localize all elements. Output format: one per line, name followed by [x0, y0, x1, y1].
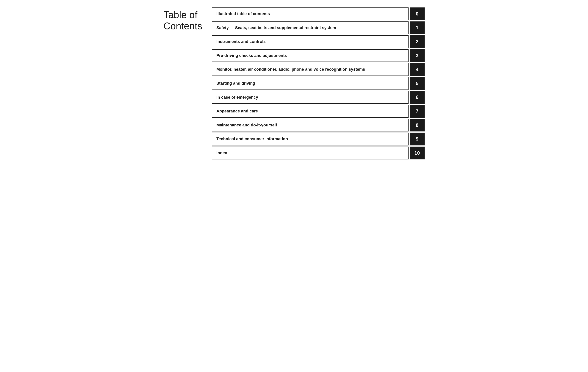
sidebar: Table of Contents: [163, 8, 204, 32]
toc-row[interactable]: Index10: [212, 146, 425, 159]
toc-row[interactable]: Pre-driving checks and adjustments3: [212, 49, 425, 62]
toc-label: Instruments and controls: [212, 35, 409, 48]
toc-row[interactable]: Maintenance and do-it-yourself8: [212, 119, 425, 132]
toc-label: Illustrated table of contents: [212, 8, 409, 20]
toc-label: Monitor, heater, air conditioner, audio,…: [212, 63, 409, 76]
toc-label: Technical and consumer information: [212, 133, 409, 145]
toc-label: Maintenance and do-it-yourself: [212, 119, 409, 132]
toc-row[interactable]: Instruments and controls2: [212, 35, 425, 48]
toc-row[interactable]: Starting and driving5: [212, 77, 425, 90]
toc-row[interactable]: Safety — Seats, seat belts and supplemen…: [212, 21, 425, 34]
toc-row[interactable]: Monitor, heater, air conditioner, audio,…: [212, 63, 425, 76]
toc-number: 5: [410, 77, 425, 90]
toc-label: Appearance and care: [212, 105, 409, 118]
toc-label: Safety — Seats, seat belts and supplemen…: [212, 21, 409, 34]
toc-number: 4: [410, 63, 425, 76]
toc-row[interactable]: Appearance and care7: [212, 105, 425, 118]
toc-number: 2: [410, 35, 425, 48]
toc-number: 6: [410, 91, 425, 104]
toc-number: 10: [410, 146, 425, 159]
toc-label: Starting and driving: [212, 77, 409, 90]
page-title: Table of Contents: [163, 9, 204, 32]
toc-label: Pre-driving checks and adjustments: [212, 49, 409, 62]
toc-label: In case of emergency: [212, 91, 409, 104]
page-layout: Table of Contents Illustrated table of c…: [163, 8, 425, 161]
toc-row[interactable]: Technical and consumer information9: [212, 133, 425, 145]
toc-number: 0: [410, 8, 425, 20]
toc-row[interactable]: Illustrated table of contents0: [212, 8, 425, 20]
toc-label: Index: [212, 146, 409, 159]
toc-row[interactable]: In case of emergency6: [212, 91, 425, 104]
toc-container: Illustrated table of contents0Safety — S…: [212, 8, 425, 161]
toc-number: 8: [410, 119, 425, 132]
toc-number: 3: [410, 49, 425, 62]
toc-number: 9: [410, 133, 425, 145]
toc-number: 7: [410, 105, 425, 118]
toc-number: 1: [410, 21, 425, 34]
